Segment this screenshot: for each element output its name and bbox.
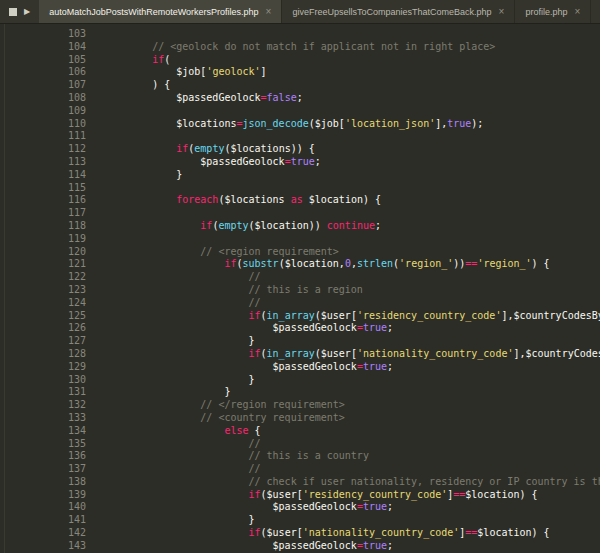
- code-line: ) {: [104, 79, 600, 92]
- line-number: 114: [0, 169, 86, 182]
- code-line: }: [104, 374, 600, 387]
- line-number: 111: [0, 130, 86, 143]
- line-number: 134: [0, 425, 86, 438]
- code-line: // </region requirement>: [104, 399, 600, 412]
- code-line: $passedGeolock=true;: [104, 156, 600, 169]
- line-number: 141: [0, 514, 86, 527]
- line-number: 136: [0, 450, 86, 463]
- line-number: 110: [0, 118, 86, 131]
- code-line: if(empty($location)) continue;: [104, 220, 600, 233]
- line-number: 118: [0, 220, 86, 233]
- line-number: 106: [0, 66, 86, 79]
- code-line: }: [104, 514, 600, 527]
- line-number: 124: [0, 297, 86, 310]
- tab-givefreeupsells[interactable]: giveFreeUpsellsToCompaniesThatComeBack.p…: [282, 0, 515, 23]
- play-icon[interactable]: ▶: [24, 8, 30, 16]
- code-line: $passedGeolock=true;: [104, 361, 600, 374]
- code-line: if(in_array($user['residency_country_cod…: [104, 310, 600, 323]
- line-number: 105: [0, 54, 86, 67]
- tab-bar: ▶ autoMatchJobPostsWithRemoteWorkersProf…: [0, 0, 600, 24]
- line-number: 108: [0, 92, 86, 105]
- line-number: 109: [0, 105, 86, 118]
- code-line: //: [104, 463, 600, 476]
- code-line: $locations=json_decode($job['location_js…: [104, 118, 600, 131]
- tab-label: autoMatchJobPostsWithRemoteWorkersProfil…: [49, 7, 258, 17]
- code-line: $job['geolock']: [104, 66, 600, 79]
- tab-automatchjobposts[interactable]: autoMatchJobPostsWithRemoteWorkersProfil…: [39, 0, 282, 23]
- code-line: else {: [104, 425, 600, 438]
- line-number: 135: [0, 438, 86, 451]
- code-line: //: [104, 438, 600, 451]
- tab-label: profile.php: [525, 7, 567, 17]
- line-number: 143: [0, 540, 86, 553]
- code-line: //: [104, 297, 600, 310]
- line-number: 112: [0, 143, 86, 156]
- code-area[interactable]: // <geolock do not match if applicant no…: [96, 28, 600, 553]
- line-number: 113: [0, 156, 86, 169]
- tabbar-icons: ▶: [0, 0, 39, 23]
- code-line: [104, 105, 600, 118]
- line-number: 130: [0, 374, 86, 387]
- line-number: 140: [0, 501, 86, 514]
- code-line: foreach($locations as $location) {: [104, 194, 600, 207]
- line-number: 119: [0, 233, 86, 246]
- gutter: 1031041051061071081091101111121131141151…: [0, 28, 96, 553]
- code-line: // <geolock do not match if applicant no…: [104, 41, 600, 54]
- square-icon[interactable]: [9, 8, 17, 16]
- tab-tags-frontpage[interactable]: tags.frontpage.cac: [591, 0, 600, 23]
- line-number: 121: [0, 258, 86, 271]
- line-number: 103: [0, 28, 86, 41]
- line-number: 104: [0, 41, 86, 54]
- code-line: [104, 182, 600, 195]
- code-line: }: [104, 335, 600, 348]
- line-number: 123: [0, 284, 86, 297]
- line-number: 129: [0, 361, 86, 374]
- tab-label: giveFreeUpsellsToCompaniesThatComeBack.p…: [292, 7, 491, 17]
- code-line: // this is a region: [104, 284, 600, 297]
- line-number: 126: [0, 322, 86, 335]
- code-line: //: [104, 271, 600, 284]
- line-number: 122: [0, 271, 86, 284]
- left-edge-divider: [4, 24, 5, 553]
- code-line: }: [104, 169, 600, 182]
- code-line: // <region requirement>: [104, 246, 600, 259]
- code-line: $passedGeolock=false;: [104, 92, 600, 105]
- code-line: $passedGeolock=true;: [104, 322, 600, 335]
- line-number: 116: [0, 194, 86, 207]
- line-number: 139: [0, 489, 86, 502]
- line-number: 128: [0, 348, 86, 361]
- code-line: // <country requirement>: [104, 412, 600, 425]
- code-line: }: [104, 386, 600, 399]
- line-number: 107: [0, 79, 86, 92]
- line-number: 131: [0, 386, 86, 399]
- line-number: 120: [0, 246, 86, 259]
- line-number: 115: [0, 182, 86, 195]
- code-line: [104, 207, 600, 220]
- line-number: 132: [0, 399, 86, 412]
- code-line: if(substr($location,0,strlen('region_'))…: [104, 258, 600, 271]
- code-line: // this is a country: [104, 450, 600, 463]
- code-line: if(empty($locations)) {: [104, 143, 600, 156]
- code-line: if(in_array($user['nationality_country_c…: [104, 348, 600, 361]
- line-number: 142: [0, 527, 86, 540]
- line-number: 138: [0, 476, 86, 489]
- close-icon[interactable]: ×: [266, 7, 272, 17]
- code-line: if($user['residency_country_code']==$loc…: [104, 489, 600, 502]
- close-icon[interactable]: ×: [499, 7, 505, 17]
- code-line: [104, 28, 600, 41]
- code-line: $passedGeolock=true;: [104, 501, 600, 514]
- code-line: [104, 233, 600, 246]
- line-number: 125: [0, 310, 86, 323]
- code-line: [104, 130, 600, 143]
- code-line: if(: [104, 54, 600, 67]
- editor-surface[interactable]: 1031041051061071081091101111121131141151…: [0, 24, 600, 553]
- code-line: if($user['nationality_country_code']==$l…: [104, 527, 600, 540]
- line-number: 117: [0, 207, 86, 220]
- code-line: // check if user nationality, residency …: [104, 476, 600, 489]
- code-line: $passedGeolock=true;: [104, 540, 600, 553]
- close-icon[interactable]: ×: [574, 7, 580, 17]
- line-number: 127: [0, 335, 86, 348]
- line-number: 133: [0, 412, 86, 425]
- line-number: 137: [0, 463, 86, 476]
- tab-profile[interactable]: profile.php ×: [515, 0, 591, 23]
